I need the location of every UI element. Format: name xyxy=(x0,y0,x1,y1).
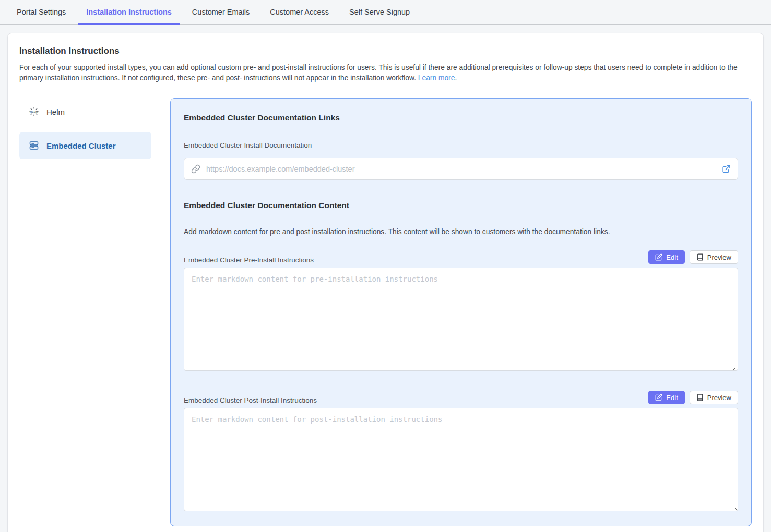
helm-wheel-icon: HELM xyxy=(29,106,39,117)
sidebar-item-embedded-cluster[interactable]: Embedded Cluster xyxy=(19,132,151,159)
post-install-preview-button[interactable]: Preview xyxy=(690,391,738,404)
links-section-heading: Embedded Cluster Documentation Links xyxy=(184,113,738,123)
post-install-edit-button[interactable]: Edit xyxy=(648,391,684,404)
content-section-description: Add markdown content for pre and post in… xyxy=(184,228,738,236)
preview-button-label: Preview xyxy=(707,253,731,261)
post-install-mode-buttons: Edit Preview xyxy=(648,391,738,404)
pre-install-header-row: Embedded Cluster Pre-Install Instruction… xyxy=(184,250,738,264)
page-title: Installation Instructions xyxy=(19,46,752,56)
install-type-nav: HELM Helm Embedded Cluster xyxy=(19,98,151,166)
book-icon xyxy=(696,394,704,401)
pre-install-label: Embedded Cluster Pre-Install Instruction… xyxy=(184,256,314,264)
page-description-text: For each of your supported install types… xyxy=(19,64,738,82)
book-icon xyxy=(696,253,704,261)
tab-bar: Portal Settings Installation Instruction… xyxy=(0,0,771,25)
sidebar-item-helm[interactable]: HELM Helm xyxy=(19,98,151,125)
page-description: For each of your supported install types… xyxy=(19,63,752,83)
tab-installation-instructions[interactable]: Installation Instructions xyxy=(78,0,180,24)
pre-install-markdown-textarea[interactable] xyxy=(184,268,738,371)
embedded-cluster-panel: Embedded Cluster Documentation Links Emb… xyxy=(170,98,752,526)
link-icon xyxy=(191,164,200,174)
install-doc-label: Embedded Cluster Install Documentation xyxy=(184,141,738,149)
install-doc-url-field xyxy=(184,158,738,180)
install-types-content: HELM Helm Embedded Cluster Embedd xyxy=(19,98,752,526)
post-install-markdown-textarea[interactable] xyxy=(184,408,738,511)
svg-text:HELM: HELM xyxy=(30,110,38,113)
sidebar-item-label: Helm xyxy=(46,107,65,116)
install-doc-url-input[interactable] xyxy=(184,158,738,180)
server-stack-icon xyxy=(29,140,39,151)
tab-customer-access[interactable]: Customer Access xyxy=(262,0,337,24)
post-install-label: Embedded Cluster Post-Install Instructio… xyxy=(184,396,317,404)
tab-customer-emails[interactable]: Customer Emails xyxy=(184,0,257,24)
content-section-heading: Embedded Cluster Documentation Content xyxy=(184,201,738,210)
edit-button-label: Edit xyxy=(666,394,678,402)
edit-icon xyxy=(655,253,662,261)
preview-button-label: Preview xyxy=(707,394,731,402)
page-description-period: . xyxy=(455,74,457,82)
external-link-icon[interactable] xyxy=(722,164,731,173)
pre-install-mode-buttons: Edit Preview xyxy=(648,250,738,264)
pre-install-preview-button[interactable]: Preview xyxy=(690,250,738,264)
tab-portal-settings[interactable]: Portal Settings xyxy=(9,0,74,24)
pre-install-edit-button[interactable]: Edit xyxy=(648,250,684,264)
learn-more-link[interactable]: Learn more xyxy=(418,74,455,82)
edit-button-label: Edit xyxy=(666,253,678,261)
tab-self-serve-signup[interactable]: Self Serve Signup xyxy=(341,0,418,24)
sidebar-item-label: Embedded Cluster xyxy=(46,141,116,150)
post-install-header-row: Embedded Cluster Post-Install Instructio… xyxy=(184,391,738,404)
main-card: Installation Instructions For each of yo… xyxy=(7,33,764,532)
edit-icon xyxy=(655,394,662,401)
